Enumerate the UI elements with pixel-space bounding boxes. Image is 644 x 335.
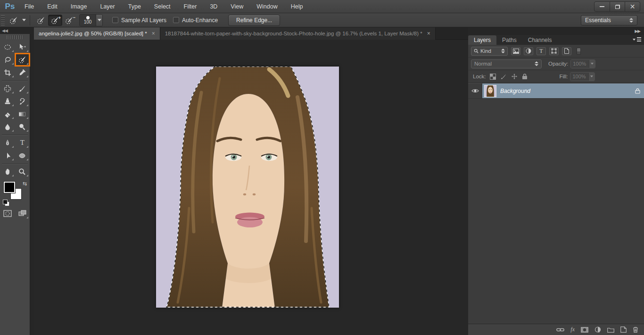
- options-separator: [30, 15, 30, 25]
- updown-arrows-icon: [629, 18, 633, 23]
- blend-mode-dropdown[interactable]: Normal: [471, 59, 542, 68]
- fill-dropdown-arrow[interactable]: [588, 73, 594, 81]
- layer-style-button[interactable]: fx: [570, 326, 575, 333]
- new-group-button[interactable]: [607, 327, 614, 333]
- opacity-control[interactable]: 100%: [570, 59, 595, 68]
- visibility-toggle[interactable]: [468, 84, 482, 98]
- lasso-tool[interactable]: [0, 53, 15, 66]
- menu-view[interactable]: View: [224, 0, 250, 13]
- menu-type[interactable]: Type: [122, 0, 148, 13]
- gradient-tool[interactable]: [15, 108, 30, 120]
- collapse-tools-button[interactable]: ◀◀: [0, 27, 34, 34]
- quick-mask-button[interactable]: [0, 207, 15, 220]
- quick-selection-icon: [18, 56, 26, 64]
- delete-layer-button[interactable]: [633, 327, 638, 333]
- path-selection-tool[interactable]: [0, 149, 15, 162]
- quick-selection-tool[interactable]: [15, 53, 30, 66]
- clone-stamp-tool[interactable]: [0, 95, 15, 108]
- default-colors-icon[interactable]: [3, 200, 9, 206]
- swap-colors-icon[interactable]: ⇆: [23, 181, 27, 187]
- opacity-dropdown-arrow[interactable]: [589, 60, 595, 68]
- elliptical-marquee-tool[interactable]: [0, 41, 15, 53]
- document-tab-active[interactable]: angelina-jolie2.jpg @ 50% (RGB/8) [scale…: [34, 27, 160, 40]
- panel-menu-icon[interactable]: [633, 37, 641, 42]
- filter-adjustment-layers-button[interactable]: [524, 47, 533, 55]
- tab-paths[interactable]: Paths: [496, 35, 522, 45]
- tool-preset-caret-icon[interactable]: [22, 19, 26, 21]
- selection-arrow-icon: [4, 152, 11, 159]
- lock-all-icon[interactable]: [522, 73, 528, 80]
- minimize-icon: [600, 6, 604, 7]
- layer-row-background[interactable]: Background: [468, 84, 644, 99]
- minimize-button[interactable]: [594, 2, 610, 11]
- ellipse-shape-tool[interactable]: [15, 149, 30, 162]
- tool-preset-picker[interactable]: [7, 15, 21, 26]
- filter-shape-layers-button[interactable]: [549, 47, 559, 55]
- brush-size-picker[interactable]: 100: [79, 14, 103, 26]
- filter-pixel-layers-button[interactable]: [511, 47, 520, 55]
- lock-transparency-icon[interactable]: [490, 74, 496, 80]
- new-selection-mode-button[interactable]: [34, 15, 48, 26]
- filter-type-layers-button[interactable]: T: [537, 47, 546, 55]
- fill-label: Fill:: [560, 74, 568, 79]
- add-layer-mask-button[interactable]: [581, 327, 588, 333]
- add-to-selection-mode-button[interactable]: +: [48, 15, 62, 26]
- filter-toggle-switch[interactable]: [577, 48, 581, 55]
- link-layers-button[interactable]: [556, 327, 564, 332]
- close-button[interactable]: ✕: [625, 2, 640, 11]
- menu-file[interactable]: File: [18, 0, 41, 13]
- pen-tool[interactable]: [0, 136, 15, 149]
- menu-layer[interactable]: Layer: [93, 0, 121, 13]
- sample-all-layers-checkbox[interactable]: [112, 17, 118, 23]
- foreground-color-swatch[interactable]: [4, 182, 15, 193]
- brush-size-dropdown-arrow[interactable]: [96, 15, 102, 26]
- tools-separator: [2, 134, 28, 135]
- lock-position-icon[interactable]: [511, 73, 518, 80]
- screen-mode-button[interactable]: [15, 207, 30, 220]
- menu-window[interactable]: Window: [250, 0, 284, 13]
- fill-control[interactable]: 100%: [570, 72, 595, 81]
- type-tool[interactable]: T: [15, 136, 30, 149]
- eyedropper-tool[interactable]: [15, 66, 30, 79]
- canvas[interactable]: [156, 67, 339, 308]
- new-adjustment-layer-button[interactable]: [594, 327, 601, 333]
- move-icon: [18, 43, 26, 51]
- tab-close-icon[interactable]: ×: [427, 30, 430, 37]
- layer-thumbnail[interactable]: [484, 85, 496, 97]
- tab-close-icon[interactable]: ×: [152, 30, 155, 37]
- move-tool[interactable]: [15, 41, 30, 53]
- document-tab-inactive[interactable]: 18187844-white-torn-paper-with-sky-backg…: [160, 27, 436, 40]
- menu-edit[interactable]: Edit: [41, 0, 64, 13]
- auto-enhance-checkbox[interactable]: [173, 17, 179, 23]
- hand-tool[interactable]: [0, 165, 15, 178]
- clone-stamp-icon: [4, 98, 11, 105]
- menu-filter[interactable]: Filter: [177, 0, 204, 13]
- filter-kind-dropdown[interactable]: Kind: [471, 47, 508, 56]
- new-layer-button[interactable]: [620, 327, 627, 333]
- menu-help[interactable]: Help: [284, 0, 310, 13]
- spot-healing-brush-tool[interactable]: [0, 82, 15, 95]
- menu-select[interactable]: Select: [148, 0, 177, 13]
- document-work-area: angelina-jolie2.jpg @ 50% (RGB/8) [scale…: [34, 27, 468, 335]
- collapse-panels-button[interactable]: ▶▶: [468, 27, 644, 35]
- tab-channels[interactable]: Channels: [522, 35, 558, 45]
- refine-edge-button[interactable]: Refine Edge...: [228, 15, 280, 26]
- crop-tool[interactable]: [0, 66, 15, 79]
- selected-layer-row[interactable]: Background: [482, 84, 644, 98]
- menu-3d[interactable]: 3D: [203, 0, 224, 13]
- lock-pixels-brush-icon[interactable]: [500, 73, 507, 80]
- menu-image[interactable]: Image: [64, 0, 94, 13]
- tab-layers[interactable]: Layers: [468, 35, 496, 45]
- blur-tool[interactable]: [0, 120, 15, 133]
- zoom-tool[interactable]: [15, 165, 30, 178]
- restore-button[interactable]: [610, 2, 625, 11]
- dodge-tool[interactable]: [15, 120, 30, 133]
- history-brush-tool[interactable]: [15, 95, 30, 108]
- eraser-tool[interactable]: [0, 108, 15, 120]
- brush-tool[interactable]: [15, 82, 30, 95]
- workspace-switcher[interactable]: Essentials: [581, 15, 637, 25]
- window-controls: ✕: [594, 1, 640, 12]
- restore-icon: [615, 5, 620, 9]
- subtract-from-selection-mode-button[interactable]: −: [62, 15, 76, 26]
- filter-smart-objects-button[interactable]: [562, 47, 571, 55]
